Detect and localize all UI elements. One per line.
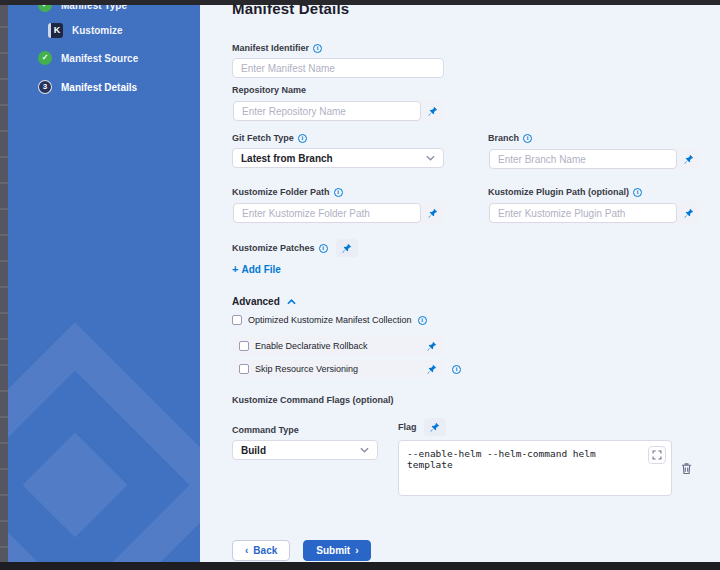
branch-label: Branch i <box>488 133 700 144</box>
add-file-button[interactable]: + Add File <box>232 263 281 275</box>
submit-button[interactable]: Submit › <box>303 540 371 561</box>
sidebar-item-manifest-type[interactable]: ✓ Manifest Type <box>38 5 200 12</box>
back-button[interactable]: ‹ Back <box>232 540 290 561</box>
command-type-select[interactable]: Build <box>232 440 378 460</box>
screen-bottom-edge <box>0 562 720 570</box>
kustomize-plugin-path-input[interactable] <box>489 203 677 223</box>
git-fetch-type-select[interactable]: Latest from Branch <box>232 148 444 168</box>
kustomize-folder-path-input[interactable] <box>233 203 421 223</box>
sidebar-item-label: Kustomize <box>72 25 123 36</box>
flag-input[interactable]: --enable-helm --helm-command helm templa… <box>398 440 672 496</box>
manifest-identifier-input[interactable] <box>232 58 444 78</box>
sidebar-item-label: Manifest Source <box>61 53 138 64</box>
branch-input[interactable] <box>489 149 677 169</box>
enable-declarative-rollback-row: Enable Declarative Rollback <box>232 337 444 355</box>
back-chevron-icon: ‹ <box>245 546 248 556</box>
info-icon[interactable]: i <box>319 244 328 253</box>
runtime-input-pin-icon[interactable] <box>420 336 442 356</box>
check-icon: ✓ <box>38 5 52 12</box>
kustomize-folder-path-label: Kustomize Folder Path i <box>232 187 444 198</box>
harness-logo-watermark <box>8 360 200 562</box>
advanced-section-toggle[interactable]: Advanced <box>232 296 296 307</box>
runtime-input-pin-icon[interactable] <box>424 418 446 436</box>
trash-icon[interactable] <box>681 462 692 476</box>
runtime-input-pin-icon[interactable] <box>421 101 443 121</box>
plus-icon: + <box>232 263 238 275</box>
flag-label: Flag <box>398 422 417 433</box>
sidebar-item-manifest-details[interactable]: 3 Manifest Details <box>38 80 200 94</box>
expand-icon[interactable] <box>648 446 666 464</box>
info-icon[interactable]: i <box>452 365 461 374</box>
manifest-identifier-label: Manifest Identifier i <box>232 43 444 54</box>
kustomize-plugin-path-label: Kustomize Plugin Path (optional) i <box>488 187 700 198</box>
sidebar-item-label: Manifest Details <box>61 82 137 93</box>
info-icon[interactable]: i <box>418 316 427 325</box>
optimized-kustomize-collection-checkbox[interactable] <box>232 315 242 325</box>
info-icon[interactable]: i <box>334 188 343 197</box>
runtime-input-pin-icon[interactable] <box>677 149 699 169</box>
git-fetch-type-label: Git Fetch Type i <box>232 133 444 144</box>
repository-name-input[interactable] <box>233 101 421 121</box>
wizard-step-sidebar: ✓ Manifest Type K Kustomize ✓ Manifest S… <box>8 5 200 562</box>
skip-resource-versioning-row: Skip Resource Versioning <box>232 360 444 378</box>
screen-left-edge <box>0 0 8 570</box>
info-icon[interactable]: i <box>633 188 642 197</box>
chevron-down-icon <box>426 155 435 161</box>
sidebar-item-manifest-source[interactable]: ✓ Manifest Source <box>38 51 200 65</box>
skip-resource-versioning-checkbox[interactable] <box>239 364 249 374</box>
chevron-up-icon <box>287 299 296 305</box>
forward-chevron-icon: › <box>355 546 358 556</box>
chevron-down-icon <box>360 447 369 453</box>
runtime-input-pin-icon[interactable] <box>420 359 442 379</box>
check-icon: ✓ <box>38 51 52 65</box>
runtime-input-pin-icon[interactable] <box>421 203 443 223</box>
runtime-input-pin-icon[interactable] <box>677 203 699 223</box>
step-number-icon: 3 <box>38 80 52 94</box>
kustomize-patches-label: Kustomize Patches i <box>232 243 328 254</box>
info-icon[interactable]: i <box>298 134 307 143</box>
info-icon[interactable]: i <box>313 44 322 53</box>
sidebar-item-label: Manifest Type <box>61 5 127 11</box>
manifest-details-panel: Manifest Details Manifest Identifier i R… <box>200 5 720 562</box>
command-type-label: Command Type <box>232 425 299 436</box>
kustomize-logo-icon: K <box>48 23 63 38</box>
runtime-input-pin-icon[interactable] <box>336 239 358 257</box>
repository-name-label: Repository Name <box>232 85 700 96</box>
sidebar-item-kustomize[interactable]: K Kustomize <box>48 23 200 38</box>
kustomize-command-flags-label: Kustomize Command Flags (optional) <box>232 395 700 405</box>
page-title: Manifest Details <box>232 5 700 17</box>
enable-declarative-rollback-checkbox[interactable] <box>239 341 249 351</box>
info-icon[interactable]: i <box>523 134 532 143</box>
screen-top-edge <box>0 0 720 5</box>
optimized-kustomize-collection-row: Optimized Kustomize Manifest Collection … <box>232 315 700 325</box>
